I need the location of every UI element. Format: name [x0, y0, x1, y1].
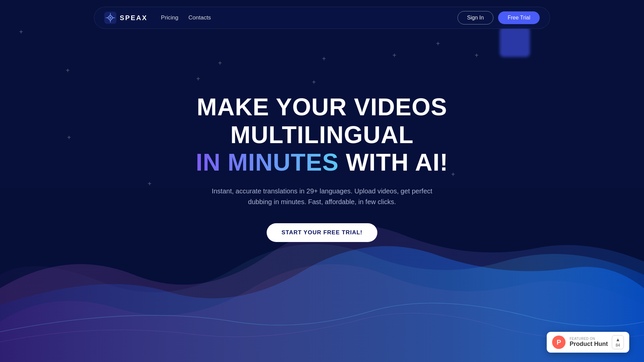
nav-link-contacts[interactable]: Contacts	[189, 14, 211, 21]
nav-link-pricing[interactable]: Pricing	[161, 14, 178, 21]
nav-links: Pricing Contacts	[161, 14, 211, 21]
ph-upvote-arrow-icon: ▲	[615, 337, 620, 342]
cta-button[interactable]: START YOUR FREE TRIAL!	[267, 223, 377, 242]
hero-title-part2: WITH AI!	[346, 149, 448, 176]
navbar-left: SPEAX Pricing Contacts	[104, 12, 211, 24]
nav-item-contacts[interactable]: Contacts	[189, 14, 211, 21]
ph-upvote-button[interactable]: ▲ 84	[612, 335, 624, 349]
hero-title-line1: MAKE YOUR VIDEOS MULTILINGUAL	[171, 93, 473, 149]
ph-featured-on-label: FEATURED ON	[570, 337, 608, 341]
hero-subtitle: Instant, accurate translations in 29+ la…	[208, 186, 436, 207]
logo-text: SPEAX	[120, 14, 148, 22]
nav-item-pricing[interactable]: Pricing	[161, 14, 178, 21]
free-trial-button[interactable]: Free Trial	[498, 11, 540, 24]
hero-title-line2: IN MINUTES WITH AI!	[196, 149, 448, 176]
hero-section: MAKE YOUR VIDEOS MULTILINGUAL IN MINUTES…	[0, 0, 644, 362]
product-hunt-icon: P	[552, 336, 566, 349]
ph-name-label: Product Hunt	[570, 341, 608, 348]
product-hunt-badge[interactable]: P FEATURED ON Product Hunt ▲ 84	[547, 332, 629, 353]
hero-title: MAKE YOUR VIDEOS MULTILINGUAL IN MINUTES…	[171, 93, 473, 176]
speax-logo-icon	[104, 12, 116, 24]
signin-button[interactable]: Sign In	[458, 11, 494, 24]
ph-upvote-count: 84	[615, 343, 620, 348]
hero-title-highlight-cyan: IN MINUTES	[196, 149, 339, 176]
logo[interactable]: SPEAX	[104, 12, 148, 24]
navbar-right: Sign In Free Trial	[458, 11, 540, 24]
navbar: SPEAX Pricing Contacts Sign In Free Tria…	[94, 7, 550, 29]
product-hunt-text: FEATURED ON Product Hunt	[570, 337, 608, 348]
